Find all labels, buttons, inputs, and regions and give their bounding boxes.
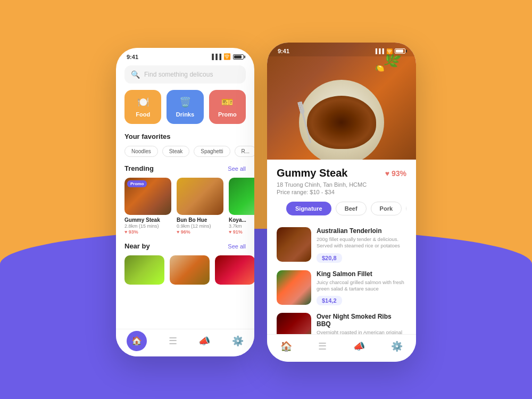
heart-icon-rating: ♥ — [385, 169, 389, 178]
menu-item-details-2: King Salmon Fillet Juicy charcoal grille… — [317, 270, 406, 306]
chip-steak[interactable]: Steak — [162, 146, 190, 157]
menu-item-details-1: Australian Tenderloin 200g fillet equall… — [317, 227, 406, 263]
menu-item-name-1: Australian Tenderloin — [317, 227, 406, 235]
menu-item-desc-1: 200g fillet equally tender & delicious. … — [317, 236, 406, 250]
nav-home-left[interactable]: 🏠 — [127, 331, 147, 351]
promo-badge-1: Promo — [127, 180, 147, 187]
restaurant-price: Price range: $10 - $34 — [277, 189, 406, 195]
nav-settings-left[interactable]: ⚙️ — [232, 335, 244, 347]
trend-item-1[interactable]: Promo Gummy Steak 2.8km (15 mins) ♥ 93% — [124, 178, 171, 235]
trend-rating-1: ♥ 93% — [124, 229, 171, 235]
battery-icon — [233, 54, 244, 60]
trend-name-1: Gummy Steak — [124, 217, 171, 223]
trend-img-2 — [177, 178, 223, 215]
trend-item-3[interactable]: Koya... 3.7km ♥ 91% — [229, 178, 254, 235]
nav-home-right[interactable]: 🏠 — [280, 340, 292, 352]
search-placeholder: Find something delicous — [144, 71, 213, 78]
trend-rating-3: ♥ 91% — [229, 229, 254, 235]
restaurant-address: 18 Truong Chinh, Tan Binh, HCMC — [277, 181, 406, 188]
category-promo[interactable]: 🎫 Promo — [209, 90, 246, 124]
chip-more[interactable]: R... — [235, 146, 254, 157]
trend-name-3: Koya... — [229, 217, 254, 223]
nav-settings-right[interactable]: ⚙️ — [391, 340, 403, 352]
menu-item-desc-2: Juicy charcoal grilled salmon with fresh… — [317, 279, 406, 293]
status-icons-left: ▐▐▐ 🛜 — [210, 53, 244, 60]
menu-item-name-3: Over Night Smoked Ribs BBQ — [317, 313, 406, 328]
nearby-see-all[interactable]: See all — [228, 243, 246, 250]
trending-see-all[interactable]: See all — [228, 165, 246, 172]
nearby-img-3[interactable] — [215, 255, 254, 285]
bottom-nav-left: 🏠 ☰ 📣 ⚙️ — [116, 329, 254, 356]
battery-icon-right — [395, 48, 405, 54]
restaurant-info: Gummy Steak ♥ 93% 18 Truong Chinh, Tan B… — [267, 160, 416, 227]
menu-item-img-2 — [277, 270, 311, 305]
rating-value: 93% — [392, 169, 406, 178]
nav-orders-left[interactable]: ☰ — [169, 335, 177, 347]
trending-list: Promo Gummy Steak 2.8km (15 mins) ♥ 93% … — [116, 178, 254, 235]
category-food[interactable]: 🍽️ Food — [124, 90, 161, 124]
nav-notifications-right[interactable]: 📣 — [353, 340, 365, 352]
rating-badge: ♥ 93% — [385, 169, 406, 178]
menu-tabs: Signature Beef Pork Seafo... — [277, 202, 406, 215]
trend-dist-1: 2.8km (15 mins) — [124, 223, 171, 229]
tab-pork[interactable]: Pork — [371, 202, 402, 215]
promo-label: Promo — [218, 111, 237, 118]
trend-img-1: Promo — [124, 178, 171, 215]
food-icon: 🍽️ — [137, 96, 149, 108]
nearby-list — [116, 255, 254, 285]
trend-item-2[interactable]: Bun Bo Hue 0.9km (12 mins) ♥ 96% — [177, 178, 223, 235]
categories: 🍽️ Food 🗑️ Drinks 🎫 Promo — [116, 90, 254, 124]
nearby-header: Near by See all — [116, 242, 254, 250]
bottom-nav-right: 🏠 ☰ 📣 ⚙️ — [267, 334, 416, 362]
search-icon: 🔍 — [131, 70, 140, 79]
price-tag-2: $14,2 — [317, 296, 342, 305]
chip-spaghetti[interactable]: Spaghetti — [194, 146, 230, 157]
food-label: Food — [136, 111, 150, 118]
restaurant-name: Gummy Steak — [277, 167, 347, 179]
trend-img-3 — [229, 178, 254, 215]
left-phone: 9:41 ▐▐▐ 🛜 🔍 Find something delicous 🍽️ … — [116, 48, 254, 356]
favorites-title: Your favorites — [124, 132, 170, 140]
wifi-icon-right: 🛜 — [386, 48, 393, 54]
nearby-title: Near by — [124, 242, 150, 250]
nearby-img-1[interactable] — [124, 255, 164, 285]
trend-dist-3: 3.7km — [229, 223, 254, 229]
menu-item-1[interactable]: Australian Tenderloin 200g fillet equall… — [277, 227, 406, 263]
drinks-icon: 🗑️ — [179, 96, 191, 108]
status-icons-right: ▐▐▐ 🛜 — [374, 48, 405, 54]
lemon-decoration: 🍋 — [375, 64, 384, 72]
tab-signature[interactable]: Signature — [286, 202, 331, 215]
drinks-label: Drinks — [176, 111, 194, 118]
status-bar-left: 9:41 ▐▐▐ 🛜 — [116, 48, 254, 62]
menu-item-name-2: King Salmon Fillet — [317, 270, 406, 278]
trending-header: Trending See all — [116, 164, 254, 172]
nav-notifications-left[interactable]: 📣 — [198, 335, 210, 347]
promo-icon: 🎫 — [221, 96, 233, 108]
restaurant-name-row: Gummy Steak ♥ 93% — [277, 167, 406, 179]
menu-item-img-1 — [277, 227, 311, 262]
price-tag-1: $20,8 — [317, 253, 342, 263]
time-left: 9:41 — [127, 54, 138, 60]
trend-dist-2: 0.9km (12 mins) — [177, 223, 223, 229]
hero-steak — [307, 96, 376, 149]
nav-orders-right[interactable]: ☰ — [318, 340, 327, 352]
nearby-img-2[interactable] — [170, 255, 210, 285]
time-right: 9:41 — [278, 48, 289, 54]
tab-seafood[interactable]: Seafo... — [406, 202, 406, 215]
category-drinks[interactable]: 🗑️ Drinks — [167, 90, 203, 124]
trend-name-2: Bun Bo Hue — [177, 217, 223, 223]
signal-icon-right: ▐▐▐ — [374, 48, 384, 54]
signal-icon: ▐▐▐ — [210, 54, 221, 60]
hero-image: 🌿 🍋 — [267, 43, 416, 160]
phones-container: 9:41 ▐▐▐ 🛜 🔍 Find something delicous 🍽️ … — [116, 48, 416, 362]
wifi-icon: 🛜 — [223, 53, 231, 60]
search-bar[interactable]: 🔍 Find something delicous — [124, 65, 246, 84]
tab-beef[interactable]: Beef — [336, 202, 367, 215]
chip-noodles[interactable]: Noodles — [124, 146, 158, 157]
favorites-header: Your favorites — [116, 132, 254, 140]
trending-title: Trending — [124, 164, 154, 172]
menu-item-2[interactable]: King Salmon Fillet Juicy charcoal grille… — [277, 270, 406, 306]
favorites-chips: Noodles Steak Spaghetti R... — [116, 146, 254, 157]
right-phone: 9:41 ▐▐▐ 🛜 🌿 🍋 Gummy Steak ♥ 93% — [267, 43, 416, 362]
trend-rating-2: ♥ 96% — [177, 229, 223, 235]
